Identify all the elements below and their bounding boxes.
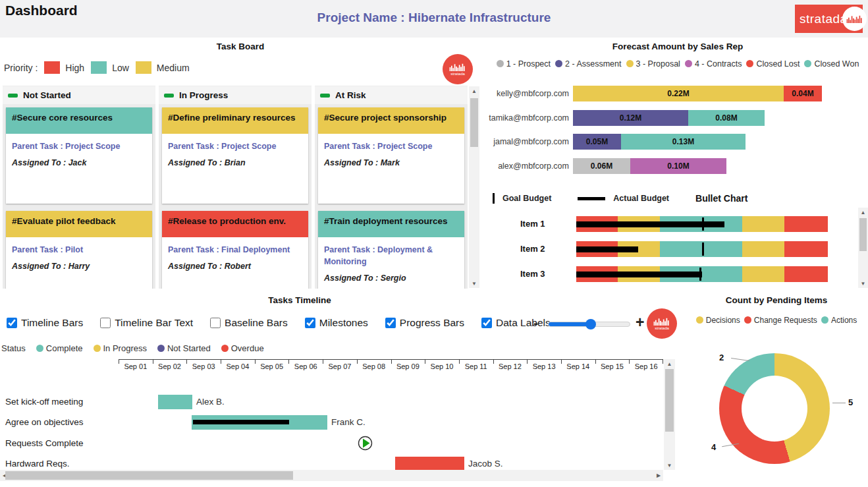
kanban-scrollbar[interactable]: ▲ ▼ — [469, 86, 479, 288]
task-card-title: #Define preliminary resources — [162, 107, 308, 134]
task-card-parent: Parent Task : Project Scope — [12, 140, 146, 152]
kanban-column-header[interactable]: Not Started — [3, 86, 155, 104]
task-card-assigned: Assigned To : Robert — [168, 262, 302, 271]
scroll-thumb[interactable] — [5, 471, 293, 480]
task-card-body: Parent Task : PilotAssigned To : Harry — [6, 237, 152, 271]
legend-dot-icon — [804, 60, 811, 67]
task-board-panel: Task Board Priority : HighLowMedium stra… — [0, 40, 481, 290]
scroll-down-icon[interactable]: ▼ — [858, 279, 868, 288]
scroll-down-icon[interactable]: ▼ — [664, 461, 675, 470]
gantt-bar[interactable] — [158, 395, 192, 409]
kanban-column-header[interactable]: At Risk — [315, 86, 468, 104]
gantt-vertical-scrollbar[interactable]: ▲ ▼ — [664, 359, 675, 470]
task-card-assigned: Assigned To : Brian — [168, 158, 302, 167]
forecast-bar-segment[interactable]: 0.12M — [573, 110, 688, 126]
bullet-item-label: Item 2 — [520, 244, 545, 254]
scroll-thumb[interactable] — [665, 369, 674, 432]
stratada-logo-text: stratada — [450, 72, 465, 76]
bullet-band — [784, 216, 828, 232]
scroll-right-icon[interactable]: ▶ — [654, 470, 663, 481]
bullet-chart-title: Bullet Chart — [695, 193, 747, 204]
gantt-assignee-label: Frank C. — [331, 415, 366, 430]
forecast-legend-item[interactable]: 3 - Proposal — [626, 59, 680, 69]
priority-legend-label: Medium — [157, 63, 190, 73]
forecast-bar-segment[interactable]: 0.04M — [784, 86, 822, 101]
gantt-bar[interactable] — [395, 457, 464, 471]
task-card[interactable]: #Release to production env.Parent Task :… — [162, 211, 308, 289]
actual-budget-bar[interactable] — [576, 272, 702, 277]
pending-legend-item[interactable]: Decisions — [696, 316, 740, 325]
priority-swatch[interactable] — [136, 61, 151, 74]
pending-legend-item[interactable]: Change Requests — [744, 316, 817, 325]
task-card-assigned: Assigned To : Harry — [12, 262, 146, 271]
forecast-row: jamal@mbfcorp.com0.05M0.13M — [487, 134, 868, 150]
kanban-column-header[interactable]: In Progress — [159, 86, 312, 104]
forecast-bar-segment[interactable]: 0.22M — [573, 86, 784, 101]
forecast-legend-item[interactable]: Closed Won — [804, 59, 859, 69]
gantt-task-name: Requests Complete — [5, 436, 84, 451]
forecast-legend-item[interactable]: 4 - Contracts — [685, 59, 742, 69]
gantt-row: Set kick-off meetingAlex B. — [0, 394, 663, 410]
bullet-band — [742, 266, 784, 282]
actual-budget-bar[interactable] — [576, 246, 638, 252]
gantt-chart: Set kick-off meetingAlex B.Agree on obje… — [0, 292, 663, 487]
priority-swatch[interactable] — [91, 61, 107, 74]
forecast-row-label: tamika@mbfcorp.com — [487, 113, 573, 123]
scroll-down-icon[interactable]: ▼ — [469, 279, 479, 288]
kanban-column-not-started: Not Started#Secure core resourcesParent … — [3, 86, 155, 289]
task-card[interactable]: #Secure project sponsorshipParent Task :… — [318, 107, 464, 204]
bullet-item-label: Item 1 — [520, 219, 545, 229]
task-card-body: Parent Task : Project ScopeAssigned To :… — [6, 134, 152, 167]
collapse-dash-icon[interactable] — [320, 94, 330, 98]
kanban-column-title: Not Started — [23, 90, 71, 100]
forecast-bar-segment[interactable]: 0.06M — [573, 158, 630, 174]
task-card[interactable]: #Secure core resourcesParent Task : Proj… — [6, 107, 152, 204]
bullet-scrollbar[interactable]: ▲ ▼ — [858, 208, 868, 288]
task-card[interactable]: #Evaluate pilot feedbackParent Task : Pi… — [6, 211, 152, 289]
forecast-bar-segment[interactable]: 0.13M — [621, 134, 746, 150]
stratada-bars-icon — [842, 7, 867, 31]
forecast-legend-item[interactable]: 1 - Prospect — [497, 59, 551, 69]
forecast-bar: 0.06M0.10M — [573, 158, 726, 174]
milestone-icon[interactable] — [358, 436, 373, 451]
forecast-bar-segment[interactable]: 0.08M — [688, 110, 765, 126]
collapse-dash-icon[interactable] — [164, 94, 174, 98]
callout-line — [731, 358, 749, 361]
pending-items-panel: Count by Pending Items DecisionsChange R… — [685, 292, 868, 487]
bullet-band — [742, 241, 784, 257]
bullet-band — [784, 241, 828, 257]
scroll-thumb[interactable] — [470, 98, 478, 147]
task-card[interactable]: #Define preliminary resourcesParent Task… — [162, 107, 308, 204]
scroll-up-icon[interactable]: ▲ — [664, 359, 675, 368]
forecast-legend-item[interactable]: Closed Lost — [746, 59, 800, 69]
donut-chart[interactable] — [719, 353, 830, 464]
priority-swatch[interactable] — [44, 61, 60, 74]
task-board-title: Task Board — [0, 42, 481, 51]
gantt-horizontal-scrollbar[interactable]: ◀ ▶ — [0, 470, 663, 481]
legend-dot-icon — [821, 316, 828, 324]
goal-budget-tick — [699, 268, 701, 281]
scroll-thumb[interactable] — [859, 218, 867, 251]
task-card[interactable]: #Train deployment resourcesParent Task :… — [318, 211, 464, 289]
task-card-title: #Train deployment resources — [318, 211, 464, 237]
legend-dot-icon — [685, 60, 692, 67]
donut-value-actions: 2 — [719, 353, 724, 362]
scroll-up-icon[interactable]: ▲ — [858, 208, 868, 217]
forecast-legend-item[interactable]: 2 - Assessment — [555, 59, 621, 69]
forecast-panel: Forecast Amount by Sales Rep 1 - Prospec… — [487, 40, 868, 290]
actual-budget-icon — [578, 197, 605, 200]
collapse-dash-icon[interactable] — [8, 94, 18, 98]
bullet-band — [660, 241, 743, 257]
bullet-legend: Goal Budget Actual Budget Bullet Chart — [493, 193, 747, 204]
gantt-task-name: Agree on objectives — [5, 415, 84, 430]
gantt-row: Agree on objectivesFrank C. — [0, 415, 663, 430]
goal-budget-icon — [493, 193, 495, 204]
actual-budget-label: Actual Budget — [613, 194, 669, 203]
forecast-row: alex@mbfcorp.com0.06M0.10M — [487, 158, 868, 174]
scroll-up-icon[interactable]: ▲ — [469, 86, 479, 96]
priority-label: Priority : — [4, 63, 38, 73]
pending-legend-item[interactable]: Actions — [821, 316, 857, 325]
forecast-bar-segment[interactable]: 0.05M — [573, 134, 621, 150]
bullet-row: Item 1 — [487, 216, 868, 232]
forecast-bar-segment[interactable]: 0.10M — [630, 158, 726, 174]
